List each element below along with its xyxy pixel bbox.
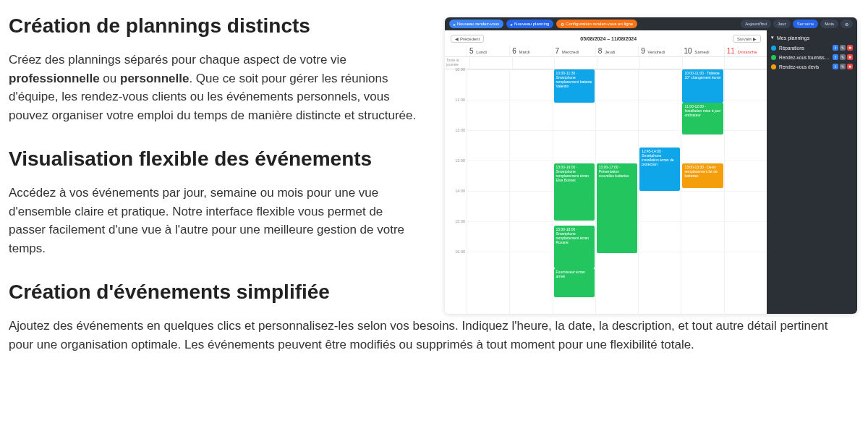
legend-item[interactable]: Rendez-vous fournisseur⇪✎✖ — [771, 54, 853, 60]
share-icon[interactable]: ⇪ — [833, 54, 838, 60]
text: Créez des plannings séparés pour chaque … — [9, 53, 346, 67]
calendar-nav: ◀Précédent 05/08/2024 – 11/08/2024 Suiva… — [445, 30, 767, 46]
edit-icon[interactable]: ✎ — [840, 45, 846, 51]
today-button[interactable]: Aujourd'hui — [741, 20, 771, 28]
text: ou — [100, 72, 120, 85]
grid-column[interactable]: 12:45-14:00 · Smartphone installation éc… — [638, 69, 681, 314]
calendar-event[interactable]: 11:00-12:00 · Installation mise à jour o… — [682, 103, 723, 135]
share-icon[interactable]: ⇪ — [833, 64, 838, 69]
day-header: 5 Lundi6 Mardi7 Mercredi8 Jeudi9 Vendred… — [445, 46, 767, 57]
edit-icon[interactable]: ✎ — [840, 64, 846, 69]
day-column: 10 Samedi — [681, 46, 723, 56]
grid-column[interactable] — [724, 69, 767, 314]
calendar-screenshot: ▸ Nouveau rendez-vous ▸ Nouveau planning… — [445, 17, 857, 314]
body-creation-evenements: Ajoutez des événements en quelques clics… — [9, 317, 855, 354]
view-week[interactable]: Semaine — [793, 20, 819, 28]
time-tick: 16:00 — [455, 249, 465, 254]
bold-personnelle: personnelle — [120, 72, 189, 85]
delete-icon[interactable]: ✖ — [847, 64, 853, 69]
sidebar-title: Mes plannings — [777, 35, 809, 40]
edit-icon[interactable]: ✎ — [840, 54, 846, 60]
grid-column[interactable] — [509, 69, 552, 314]
calendar-event[interactable]: 13:00-17:00 · Présentation nouvelles bat… — [597, 163, 637, 253]
time-tick: 13:00 — [455, 158, 465, 163]
legend-label: Rendez-vous fournisseur — [779, 55, 830, 60]
day-column: 6 Mardi — [509, 46, 552, 56]
time-tick: 14:00 — [455, 189, 465, 193]
bold-professionnelle: professionnelle — [9, 72, 100, 85]
legend-item[interactable]: Réparations⇪✎✖ — [771, 45, 853, 51]
heading-visualisation: Visualisation flexible des événements — [9, 148, 421, 171]
new-appointment-button[interactable]: ▸ Nouveau rendez-vous — [449, 20, 503, 28]
time-tick: 12:00 — [455, 128, 465, 132]
config-button[interactable]: ⚙ Configuration rendez-vous en ligne — [556, 20, 637, 28]
calendar-grid[interactable]: 10:0011:0012:0013:0014:0015:0016:00 10:0… — [445, 69, 767, 314]
grid-column[interactable]: 13:00-17:00 · Présentation nouvelles bat… — [595, 69, 638, 314]
day-column: 9 Vendredi — [638, 46, 681, 56]
legend-color-dot — [771, 55, 776, 60]
new-planning-button[interactable]: ▸ Nouveau planning — [506, 20, 553, 28]
delete-icon[interactable]: ✖ — [847, 45, 853, 51]
chevron-right-icon: ▶ — [753, 36, 757, 41]
calendar-toolbar: ▸ Nouveau rendez-vous ▸ Nouveau planning… — [445, 17, 857, 30]
day-column: 11 Dimanche — [724, 46, 767, 56]
view-month[interactable]: Mois — [820, 20, 838, 28]
calendar-sidebar: ▾ Mes plannings Réparations⇪✎✖Rendez-vou… — [767, 30, 857, 314]
day-column: 5 Lundi — [467, 46, 509, 56]
calendar-event[interactable]: 10:00-11:30 · Smartphone remplacement ba… — [554, 69, 595, 103]
day-column: 8 Jeudi — [595, 46, 638, 56]
view-day[interactable]: Jour — [773, 20, 791, 28]
settings-icon[interactable]: ⚙ — [841, 20, 853, 28]
chevron-left-icon: ◀ — [455, 36, 459, 41]
legend-color-dot — [771, 46, 776, 51]
gear-icon: ⚙ — [561, 22, 564, 27]
body-plannings: Créez des plannings séparés pour chaque … — [9, 51, 421, 124]
calendar-event[interactable]: 10:00-11:00 · Tablette 10" changement éc… — [682, 69, 723, 103]
calendar-event[interactable]: 12:45-14:00 · Smartphone installation éc… — [639, 148, 680, 191]
time-tick: 15:00 — [455, 219, 465, 223]
grid-column[interactable]: 10:00-11:30 · Smartphone remplacement ba… — [553, 69, 595, 314]
share-icon[interactable]: ⇪ — [833, 45, 838, 51]
legend-label: Rendez-vous devis — [779, 64, 830, 69]
body-visualisation: Accédez à vos événements par jour, semai… — [9, 184, 421, 257]
calendar-event[interactable]: 13:00-13:30 · Devis remplacement lot de … — [682, 163, 723, 188]
chevron-down-icon[interactable]: ▾ — [771, 35, 774, 40]
date-range: 05/08/2024 – 11/08/2024 — [580, 36, 637, 41]
plus-icon: ▸ — [511, 22, 513, 27]
plus-icon: ▸ — [454, 22, 456, 27]
heading-plannings: Création de plannings distincts — [9, 14, 421, 38]
calendar-event[interactable]: 13:00-16:00 · Smartphone remplacement éc… — [554, 163, 595, 221]
allday-row: Toute la journée — [445, 57, 767, 69]
legend-label: Réparations — [779, 46, 830, 51]
time-tick: 11:00 — [455, 98, 465, 102]
calendar-event[interactable]: Fournisseur écran arrivé — [554, 268, 595, 297]
day-column: 7 Mercredi — [553, 46, 595, 56]
legend-color-dot — [771, 64, 776, 69]
grid-column[interactable] — [467, 69, 509, 314]
calendar-event[interactable]: 15:00-18:00 · Smartphone remplacement éc… — [554, 226, 595, 268]
prev-button[interactable]: ◀Précédent — [451, 35, 484, 43]
legend-item[interactable]: Rendez-vous devis⇪✎✖ — [771, 64, 853, 69]
time-tick: 10:00 — [455, 67, 465, 72]
delete-icon[interactable]: ✖ — [847, 54, 853, 60]
next-button[interactable]: Suivant▶ — [733, 35, 761, 43]
grid-column[interactable]: 10:00-11:00 · Tablette 10" changement éc… — [681, 69, 723, 314]
